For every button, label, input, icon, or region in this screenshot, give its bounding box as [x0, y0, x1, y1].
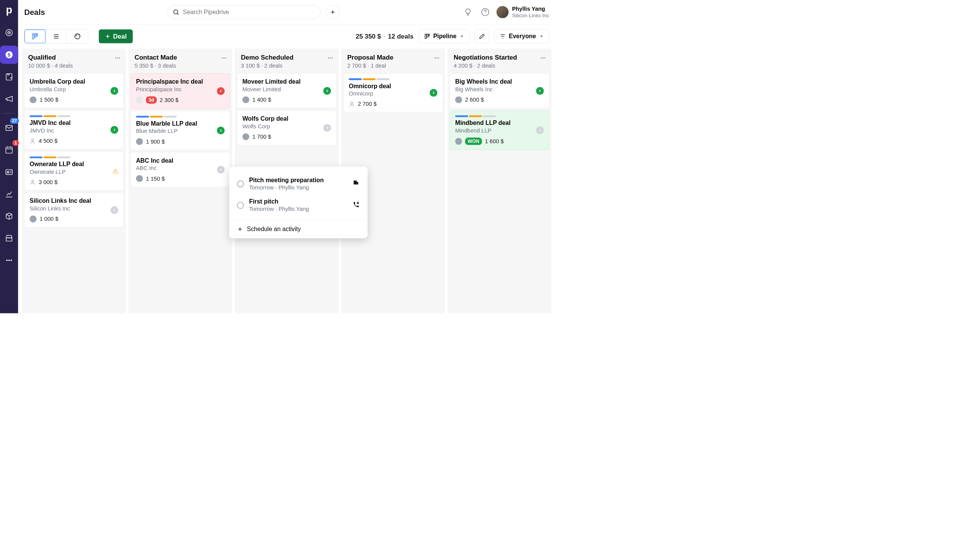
deal-title: Omnicorp deal: [349, 82, 437, 89]
deal-org: Silicon Links Inc: [30, 205, 118, 212]
deal-card[interactable]: ABC Inc deal ABC Inc 1 150 $: [131, 152, 230, 187]
deal-card[interactable]: Principalspace Inc deal Principalspace I…: [131, 73, 230, 108]
deal-next-action[interactable]: [217, 126, 224, 134]
toolbar: Deal 25 350 $·12 deals Pipeline Everyone: [18, 24, 555, 48]
deal-amount: 1 400 $: [252, 96, 271, 103]
stage-title: Negotiations Started: [454, 54, 545, 61]
svg-point-38: [543, 58, 544, 59]
total-amount: 25 350 $: [356, 33, 381, 40]
deal-card[interactable]: JMVD Inc deal JMVD Inc 4 500 $: [24, 110, 124, 149]
search-input[interactable]: [183, 8, 315, 15]
svg-rect-19: [425, 34, 426, 39]
assistant-button[interactable]: [462, 6, 474, 18]
stage-menu-button[interactable]: [327, 55, 334, 62]
edit-pipeline-button[interactable]: [475, 29, 489, 43]
chevron-down-icon: [539, 34, 544, 39]
nav-contacts[interactable]: [0, 163, 18, 181]
deal-card[interactable]: Mindbend LLP deal Mindbend LLP WON1 600 …: [450, 110, 550, 150]
stage-menu-button[interactable]: [540, 55, 546, 62]
svg-rect-8: [6, 170, 12, 175]
owner-avatar: [136, 138, 143, 145]
deal-org: JMVD Inc: [30, 128, 118, 134]
deal-card[interactable]: Blue Marble LLP deal Blue Marble LLP 1 9…: [131, 111, 230, 150]
activity-item[interactable]: Pitch meeting preparation Tomorrow · Phy…: [229, 173, 368, 194]
deal-card[interactable]: Silicon Links Inc deal Silicon Links Inc…: [24, 192, 124, 227]
quick-add-button[interactable]: [326, 5, 340, 19]
search-icon: [172, 8, 179, 15]
add-deal-button[interactable]: Deal: [99, 29, 133, 43]
deal-title: Umbrella Corp deal: [30, 78, 118, 85]
summary: 25 350 $·12 deals: [356, 33, 414, 40]
nav-more[interactable]: [0, 251, 18, 270]
list-view-button[interactable]: [46, 29, 67, 43]
stage-progress: [30, 157, 118, 158]
deal-card[interactable]: Wolfs Corp deal Wolfs Corp 1 700 $: [237, 110, 337, 145]
plus-icon: [330, 9, 336, 15]
owner-avatar: [455, 138, 462, 145]
main: Deals Phyllis Yang Silicon Links Inc: [18, 0, 555, 313]
deal-card[interactable]: Moveer Limited deal Moveer Limited 1 400…: [237, 73, 337, 108]
deal-next-action[interactable]: [323, 87, 331, 94]
deal-next-action[interactable]: [111, 206, 118, 214]
schedule-activity-button[interactable]: Schedule an activity: [229, 220, 368, 238]
deal-next-action[interactable]: [111, 87, 118, 94]
nav-activities[interactable]: 1: [0, 141, 18, 159]
mail-badge: 27: [10, 118, 19, 124]
deal-title: Wolfs Corp deal: [242, 115, 331, 122]
activity-radio[interactable]: [237, 180, 244, 187]
deal-amount: 2 600 $: [465, 96, 484, 103]
deal-card[interactable]: Big Wheels Inc deal Big Wheels Inc 2 600…: [450, 73, 550, 108]
deal-next-action[interactable]: [111, 126, 118, 134]
activity-radio[interactable]: [237, 202, 244, 209]
search-box[interactable]: [167, 5, 321, 19]
deal-org: Blue Marble LLP: [136, 128, 224, 135]
svg-rect-17: [37, 34, 38, 36]
activity-item[interactable]: First pitch Tomorrow · Phyllis Yang: [229, 194, 368, 216]
svg-rect-21: [429, 34, 430, 36]
nav-insights[interactable]: [0, 185, 18, 203]
deal-next-action[interactable]: [217, 166, 224, 173]
deal-next-action[interactable]: [536, 87, 544, 94]
deal-next-action[interactable]: [217, 87, 224, 95]
deal-amount: 1 150 $: [146, 175, 164, 182]
deal-org: Big Wheels Inc: [455, 86, 544, 93]
stage-progress: [30, 115, 118, 117]
help-button[interactable]: [479, 6, 492, 18]
filter-selector[interactable]: Everyone: [494, 29, 549, 43]
activities-popover: Pitch meeting preparation Tomorrow · Phy…: [229, 167, 368, 238]
stage-menu-button[interactable]: [114, 55, 121, 62]
deal-title: Ownerate LLP deal: [30, 161, 118, 168]
deal-card[interactable]: Ownerate LLP deal Ownerate LLP 3 000 $ ⚠: [24, 152, 124, 191]
nav-projects[interactable]: [0, 68, 18, 86]
nav-mail[interactable]: 27: [0, 119, 18, 137]
lightbulb-icon: [464, 8, 472, 16]
deal-card[interactable]: Umbrella Corp deal Umbrella Corp 1 500 $: [24, 73, 124, 108]
topbar: Deals Phyllis Yang Silicon Links Inc: [18, 0, 555, 24]
nav-leads[interactable]: [0, 24, 18, 42]
stage-progress: [136, 116, 224, 118]
forecast-view-button[interactable]: [67, 29, 88, 43]
stage-subtitle: 3 100 $ · 2 deals: [241, 62, 332, 69]
nav-products[interactable]: [0, 207, 18, 225]
pipeline-selector[interactable]: Pipeline: [419, 29, 469, 43]
deal-title: Principalspace Inc deal: [136, 78, 224, 85]
deal-next-action[interactable]: [430, 89, 437, 97]
user-menu[interactable]: Phyllis Yang Silicon Links Inc: [496, 6, 549, 18]
deal-next-action[interactable]: [323, 124, 331, 131]
deal-next-action[interactable]: [536, 126, 544, 134]
kanban-icon: [32, 33, 39, 40]
nav-marketplace[interactable]: [0, 229, 18, 247]
deal-amount: 1 900 $: [146, 138, 164, 145]
nav-deals[interactable]: $: [0, 46, 18, 64]
deal-org: Principalspace Inc: [136, 86, 224, 93]
chevron-down-icon: [459, 34, 464, 39]
svg-point-32: [332, 58, 333, 59]
kanban-view-button[interactable]: [24, 29, 46, 43]
stage-menu-button[interactable]: [434, 55, 440, 62]
flag-icon: [352, 179, 359, 187]
stage-subtitle: 2 700 $ · 1 deal: [347, 62, 439, 69]
nav-campaigns[interactable]: [0, 90, 18, 108]
stage-menu-button[interactable]: [221, 55, 227, 62]
deal-card[interactable]: Omnicorp deal Omnicorp 2 700 $: [343, 73, 443, 112]
svg-point-26: [32, 180, 34, 182]
